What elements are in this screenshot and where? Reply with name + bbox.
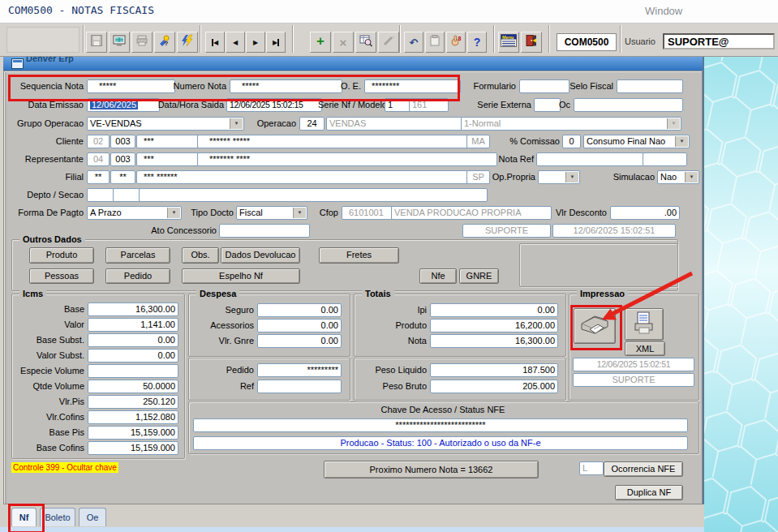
tipo-docto-dropdown[interactable]: Fiscal▼ [236, 206, 307, 220]
rep-nome-field[interactable]: ******* **** [197, 152, 497, 166]
ocorrencia-nfe-button[interactable]: Ocorrencia NFE [604, 461, 683, 477]
produto-button[interactable]: Produto [29, 247, 94, 264]
formulario-field[interactable] [519, 79, 570, 93]
selo-fiscal-field[interactable] [617, 79, 683, 93]
gnre-button[interactable]: GNRE [459, 268, 499, 284]
icms-base-field[interactable]: 16,300.00 [88, 302, 178, 316]
search-help-button[interactable]: ? [154, 32, 175, 53]
numero-nota-field[interactable]: ***** [230, 79, 342, 93]
seguro-field[interactable]: 0.00 [257, 303, 342, 317]
delete-record-button[interactable]: × [333, 32, 354, 53]
filial-f2-field[interactable]: ** [110, 170, 135, 184]
save-button[interactable] [86, 32, 107, 53]
pedido-button[interactable]: Pedido [105, 268, 170, 284]
next-record-button[interactable]: ▶ [246, 32, 265, 53]
keys-button[interactable]: 8 [446, 32, 466, 53]
rep-cod-field[interactable]: *** [136, 152, 204, 166]
cliente-cod-field[interactable]: *** [136, 135, 204, 148]
peso-bruto-field[interactable]: 205.000 [430, 380, 558, 393]
tab-nf[interactable]: Nf [11, 508, 37, 526]
paste-button[interactable] [425, 32, 445, 53]
base-cofins-field[interactable]: 15,159.000 [88, 441, 178, 455]
parcelas-button[interactable]: Parcelas [105, 247, 170, 264]
prev-record-button[interactable]: ◀ [226, 32, 245, 53]
chevron-down-icon[interactable]: ▼ [230, 118, 243, 129]
print-report-button[interactable] [625, 308, 664, 341]
screen-button[interactable] [109, 32, 130, 53]
icms-valor-subst-field[interactable]: 0.00 [88, 349, 178, 363]
operacao-code-field[interactable]: 24 [299, 117, 325, 131]
total-produto-field[interactable]: 16,200.00 [430, 319, 558, 332]
xml-button[interactable]: XML [625, 341, 665, 356]
ato-concessorio-field[interactable] [219, 224, 310, 238]
pedido-field[interactable]: ********* [257, 363, 342, 377]
query-button[interactable] [355, 32, 376, 53]
peso-liquido-field[interactable]: 187.500 [430, 363, 558, 377]
vlr-desconto-field[interactable]: .00 [610, 206, 680, 220]
chevron-down-icon[interactable]: ▼ [685, 172, 698, 182]
consumo-final-dropdown[interactable]: Consumo Final Nao▼ [583, 135, 690, 148]
pessoas-button[interactable]: Pessoas [29, 268, 94, 284]
simulacao-dropdown[interactable]: Nao▼ [657, 170, 699, 184]
forma-pagto-dropdown[interactable]: A Prazo▼ [87, 206, 182, 220]
add-record-button[interactable]: + [310, 32, 331, 53]
exit-button[interactable] [521, 32, 542, 53]
icms-base-subst-field[interactable]: 0.00 [88, 333, 178, 347]
ocorrencia-l-field[interactable]: L [579, 461, 604, 475]
total-nota-field[interactable]: 16,300.00 [430, 334, 558, 348]
vlr-pis-field[interactable]: 250.120 [88, 395, 178, 409]
chevron-down-icon[interactable]: ▼ [293, 208, 306, 218]
tab-boleto[interactable]: Boleto [40, 508, 75, 526]
rep-fil-field[interactable]: 003 [110, 152, 135, 166]
data-emissao-field[interactable]: 12/06/2025 [87, 98, 160, 112]
first-record-button[interactable]: ◀ [205, 32, 225, 53]
tab-oe[interactable]: Oe [79, 508, 106, 526]
filial-nome-field[interactable]: *** ****** [136, 170, 470, 184]
obs-button[interactable]: Obs. [182, 247, 219, 264]
especie-volume-field[interactable] [88, 364, 178, 378]
comissao-field[interactable]: 0 [562, 135, 581, 148]
inner-window-titlebar[interactable]: Denver Erp [3, 57, 703, 71]
fretes-button[interactable]: Fretes [319, 247, 399, 264]
ref-field[interactable] [257, 380, 342, 393]
print-nf-button[interactable] [574, 308, 616, 344]
oc-field[interactable] [574, 98, 683, 112]
ipi-field[interactable]: 0.00 [430, 303, 558, 317]
nota-ref-field[interactable] [536, 152, 645, 166]
acessorios-field[interactable]: 0.00 [257, 319, 342, 332]
chevron-down-icon[interactable]: ▼ [675, 136, 688, 147]
grupo-operacao-dropdown[interactable]: VE-VENDAS▼ [87, 117, 244, 131]
proximo-numero-button[interactable]: Proximo Numero Nota = 13662 [324, 461, 539, 478]
menu-window[interactable]: Window [645, 5, 682, 17]
chave-acesso-field[interactable]: ************************** [193, 418, 688, 432]
espelho-nf-button[interactable]: Espelho Nf [182, 268, 300, 284]
dados-devolucao-button[interactable]: Dados Devolucao [221, 247, 300, 264]
qtde-volume-field[interactable]: 50.0000 [88, 380, 178, 393]
print-button[interactable] [131, 32, 153, 53]
undo-button[interactable]: ↶ [404, 32, 423, 53]
data-hora-saida-field[interactable]: 12/06/2025 15:02:15 [226, 98, 322, 112]
chevron-down-icon[interactable]: ▼ [565, 172, 578, 182]
nfe-button[interactable]: Nfe [419, 268, 457, 284]
vlr-cofins-field[interactable]: 1,152.080 [88, 410, 178, 424]
depto-desc-field[interactable] [139, 188, 488, 202]
oe-field[interactable]: ******** [364, 79, 461, 93]
icms-valor-field[interactable]: 1,141.00 [88, 318, 178, 332]
tipo-nota-dropdown[interactable]: 1-Normal▼ [461, 117, 681, 131]
cliente-fil-field[interactable]: 003 [110, 135, 135, 148]
secao-field[interactable] [113, 188, 141, 202]
nota-ref-extra-field[interactable] [643, 152, 687, 166]
op-propria-dropdown[interactable]: ▼ [538, 170, 580, 184]
duplica-nf-button[interactable]: Duplica NF [615, 485, 683, 500]
sequencia-nota-field[interactable]: ***** [87, 79, 175, 93]
chevron-down-icon[interactable]: ▼ [667, 118, 680, 129]
last-record-button[interactable]: ▶ [266, 32, 286, 53]
base-pis-field[interactable]: 15,159.000 [88, 426, 178, 440]
vlr-gnre-field[interactable]: 0.00 [257, 334, 342, 348]
chevron-down-icon[interactable]: ▼ [167, 208, 180, 218]
clear-button[interactable] [378, 32, 399, 53]
depto-field[interactable] [87, 188, 115, 202]
cliente-nome-field[interactable]: ****** ***** [197, 135, 474, 148]
help-button[interactable]: ? [467, 32, 487, 53]
execute-button[interactable] [177, 32, 198, 53]
